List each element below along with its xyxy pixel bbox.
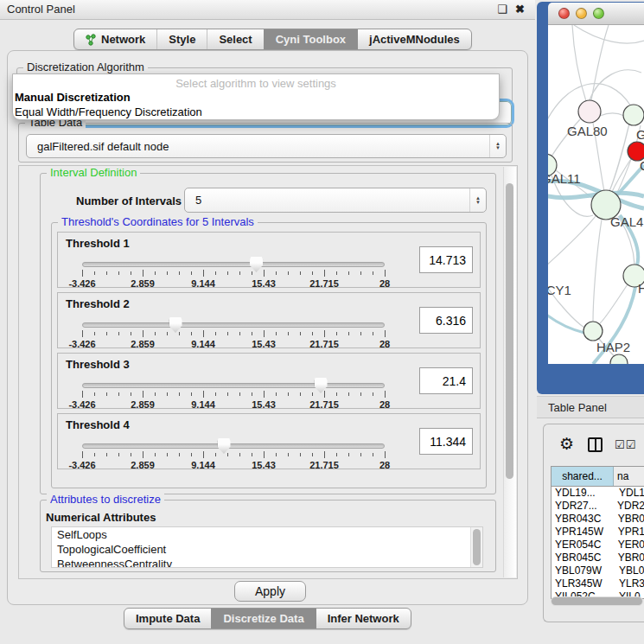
table-row[interactable]: YBR045CYBR0 [552,552,644,564]
table-row[interactable]: YLR345WYLR3 [552,577,644,590]
threshold-panel: Threshold 1 -3.4262.8599.14415.4321.7152… [57,232,481,288]
split-columns-icon[interactable] [588,437,603,452]
table-row[interactable]: YPR145WYPR1 [552,526,644,539]
float-window-icon[interactable]: ❑ [497,3,507,16]
slider-track[interactable] [82,383,385,388]
table-cell[interactable]: YDR27... [552,500,612,513]
table-row[interactable]: YBL079WYBL0 [552,564,644,577]
table-cell[interactable]: YPR145W [552,526,613,539]
gear-icon[interactable]: ⚙ [559,436,574,453]
traffic-light-close-icon[interactable] [558,8,570,19]
tab-network[interactable]: Network [74,29,156,49]
table-row[interactable]: YER054CYER0 [552,539,644,552]
tick-mark [167,271,168,275]
tab-cyni-toolbox[interactable]: Cyni Toolbox [264,29,357,49]
list-scrollbar[interactable] [470,527,482,567]
tick-mark [167,392,168,396]
tick-mark [288,271,289,275]
scale-label: 28 [379,339,390,349]
list-item[interactable]: BetweennessCentrality [52,557,482,568]
scale-label: 15.43 [252,339,276,349]
threshold-value-field[interactable]: 14.713 [419,246,473,273]
threshold-value-field[interactable]: 11.344 [419,428,473,455]
tab-discretize-data[interactable]: Discretize Data [211,609,315,628]
threshold-panel: Threshold 3 -3.4262.8599.14415.4321.7152… [57,353,481,409]
table-cell[interactable]: YER0 [613,539,644,552]
threshold-value-field[interactable]: 6.316 [419,307,473,334]
scale-label: 15.43 [252,399,276,410]
slider-track[interactable] [82,443,385,449]
scrollbar-thumb[interactable] [506,183,513,479]
tick-mark [324,330,325,337]
threshold-slider[interactable]: -3.4262.8599.14415.4321.71528 [82,316,385,344]
tick-mark [203,451,204,458]
apply-button[interactable]: Apply [234,581,306,602]
threshold-label: Threshold 1 [66,237,130,250]
column-header-shared-name[interactable]: shared... [552,467,614,486]
network-node-node[interactable] [623,105,644,125]
list-item[interactable]: SelfLoops [52,527,482,542]
close-icon[interactable]: ✖ [515,3,525,16]
traffic-light-minimize-icon[interactable] [576,8,587,19]
network-window-titlebar[interactable] [548,3,644,25]
table-data-combobox[interactable]: galFiltered.sif default node ▲▼ [26,134,507,158]
table-cell[interactable]: YBL079W [552,564,614,577]
table-row[interactable]: YBR043CYBR0 [552,513,644,526]
screenshot-root: Control Panel ❑ ✖ NetworkStyleSelectCyni… [0,0,644,644]
table-cell[interactable]: YLR3 [614,577,644,590]
popup-option-equal-width-frequency[interactable]: Equal Width/Frequency Discretization [13,105,499,119]
table-cell[interactable]: YBR0 [613,513,644,526]
column-header-name[interactable]: na [614,467,644,486]
tab-select[interactable]: Select [207,29,263,49]
table-cell[interactable]: YBR045C [552,552,613,564]
threshold-value-field[interactable]: 21.4 [419,367,473,394]
tick-mark [118,271,119,275]
traffic-light-zoom-icon[interactable] [593,8,604,19]
table-cell[interactable]: YLR345W [552,577,614,590]
horizontal-scrollbar[interactable] [551,596,643,606]
tick-mark [227,271,228,275]
tick-mark [373,392,373,396]
list-item[interactable]: TopologicalCoefficient [52,542,482,557]
threshold-slider[interactable]: -3.4262.8599.14415.4321.71528 [82,437,385,465]
threshold-slider[interactable]: -3.4262.8599.14415.4321.71528 [82,377,385,405]
tick-mark [203,391,204,398]
table-cell[interactable]: YER054C [552,539,613,552]
table-cell[interactable]: YDR2 [612,500,644,513]
table-cell[interactable]: YDL19... [552,487,614,500]
scrollbar-thumb[interactable] [552,597,642,605]
scale-label: -3.426 [68,399,95,410]
network-node-node[interactable] [610,354,628,364]
slider-track[interactable] [82,262,385,267]
table-cell[interactable]: YDL1 [614,487,644,500]
checked-checkbox-icons[interactable]: ☑☑ [615,438,636,451]
popup-option-manual-discretization[interactable]: Manual Discretization [13,90,499,105]
table-cell[interactable]: YPR1 [613,526,644,539]
stepper-arrows-icon[interactable]: ▲▼ [469,188,486,212]
scrollbar-thumb[interactable] [473,529,481,565]
network-node-HAP2-node[interactable] [583,322,603,341]
pane-scrollbar[interactable] [503,167,516,577]
tick-mark [288,332,289,335]
tab-infer-network[interactable]: Infer Network [316,609,411,628]
network-node-GAL80-node[interactable] [578,100,601,123]
attributes-list[interactable]: SelfLoopsTopologicalCoefficientBetweenne… [51,526,483,568]
stepper-arrows-icon[interactable]: ▲▼ [489,135,506,157]
network-canvas[interactable]: GAL80GACGAL11GAL4GCY1HHAP2 [548,25,644,364]
tab-impute-data[interactable]: Impute Data [124,609,211,628]
tab-style[interactable]: Style [156,29,207,49]
number-of-intervals-combobox[interactable]: 5 ▲▼ [184,188,487,213]
tick-mark [94,271,95,275]
tick-mark [106,332,107,335]
tick-mark [348,271,349,275]
table-row[interactable]: YDR27...YDR2 [552,500,644,513]
tab-jactivemnodules[interactable]: jActiveMNodules [357,29,471,49]
table-row[interactable]: YDL19...YDL1 [552,487,644,500]
tick-mark [227,392,228,396]
slider-track[interactable] [82,322,385,328]
table-cell[interactable]: YBR0 [613,552,644,564]
threshold-slider[interactable]: -3.4262.8599.14415.4321.71528 [82,256,385,284]
table-cell[interactable]: YBR043C [552,513,613,526]
attributes-group: Attributes to discretize Numerical Attri… [40,500,496,572]
table-cell[interactable]: YBL0 [614,564,644,577]
